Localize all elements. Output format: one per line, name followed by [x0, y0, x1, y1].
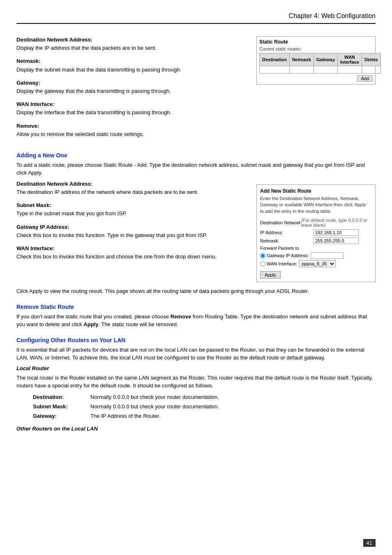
adding-dest-heading: Destination Network Address: [16, 180, 248, 188]
page-title: Chapter 4: Web Configuration [289, 12, 376, 19]
dest-network-label: Destination Network [260, 220, 301, 225]
gateway-section: Gateway: Display the gateway that the da… [16, 79, 248, 95]
ip-address-label: IP Address: [260, 230, 314, 235]
config-row-gateway: Gateway: The IP Address of the Router. [33, 413, 376, 419]
top-section: Destination Network Address: Display the… [16, 36, 376, 144]
netmask-row: Netmask: [260, 237, 372, 244]
dest-addr-section: Destination Network Address: Display the… [16, 36, 248, 52]
dest-addr-heading: Destination Network Address: [16, 36, 248, 44]
remove-body-end: . The static route will be removed. [98, 321, 178, 327]
remove-static-route-body: If you don't want the static route that … [16, 313, 376, 329]
add-button[interactable]: Add [357, 75, 373, 82]
adding-wan-section: WAN Interface: Check this box to invoke … [16, 245, 248, 260]
adding-subnet-heading: Subnet Mask: [16, 202, 248, 209]
netmask-heading: Netmask: [16, 58, 248, 65]
gateway-radio[interactable] [260, 253, 265, 258]
config-value-subnet: Normally 0.0.0.0 but check your router d… [90, 403, 376, 410]
ip-address-input[interactable] [314, 229, 359, 236]
add-route-box: Add New Static Route Enter the Destinati… [256, 184, 376, 282]
netmask-section: Netmask: Display the subnet mask that th… [16, 58, 248, 73]
remove-section: Remove: Allow you to remove the selected… [16, 122, 248, 138]
wan-select[interactable]: pppoa_8_35 [299, 260, 336, 267]
gateway-radio-row: Gateway IP Address: [260, 252, 372, 259]
dest-network-hint: (For default route, type 0.0.0.0 or leav… [301, 218, 372, 228]
other-routers-heading: Other Routers on the Local LAN [16, 426, 376, 432]
gateway-heading: Gateway: [16, 79, 248, 87]
adding-heading: Adding a New One [16, 152, 376, 159]
adding-wan-body: Check this box to invoke this function a… [16, 253, 217, 260]
static-route-box: Static Route Current static routes: Dest… [256, 36, 376, 85]
config-label-destination: Destination: [33, 394, 90, 400]
page-number: 41 [363, 539, 376, 547]
page-header: Chapter 4: Web Configuration [16, 12, 376, 24]
add-route-desc: Enter the Destination Network Address, N… [260, 196, 372, 214]
config-row-subnet: Subnet Mask: Normally 0.0.0.0 but check … [33, 403, 376, 410]
ip-address-row: IP Address: [260, 229, 372, 236]
adding-dest-body: The destination IP address of the networ… [16, 189, 198, 195]
add-btn-row: Add [259, 75, 373, 82]
adding-wan-heading: WAN Interface: [16, 245, 248, 252]
gateway-ip-input[interactable] [311, 252, 344, 259]
wan-interface-section: WAN Interface: Display the interface tha… [16, 101, 248, 116]
adding-left: Destination Network Address: The destina… [16, 180, 248, 282]
configuring-section: Configuring Other Routers on Your LAN It… [16, 337, 376, 432]
forward-label: Forward Packets to [260, 246, 372, 251]
config-label-gateway: Gateway: [33, 413, 90, 419]
static-route-panel: Static Route Current static routes: Dest… [256, 36, 376, 144]
remove-body: Allow you to remove the selected static … [16, 131, 144, 137]
netmask-input[interactable] [314, 237, 359, 244]
netmask-form-label: Netmask: [260, 238, 314, 243]
config-value-gateway: The IP Address of the Router. [90, 413, 376, 419]
col-destination: Destination [260, 53, 290, 66]
configuring-intro: It is essential that all IP packets for … [16, 346, 376, 362]
static-route-title: Static Route [259, 39, 373, 45]
adding-dest-section: Destination Network Address: The destina… [16, 180, 248, 196]
wan-interface-body: Display the interface that the data tran… [16, 109, 171, 115]
configuring-heading: Configuring Other Routers on Your LAN [16, 337, 376, 343]
netmask-body: Display the subnet mask that the data tr… [16, 67, 181, 73]
dest-network-row: Destination Network (For default route, … [260, 218, 372, 228]
page-container: Chapter 4: Web Configuration Destination… [0, 0, 392, 555]
adding-section: Adding a New One To add a static route, … [16, 152, 376, 295]
table-row-empty [260, 66, 381, 74]
adding-gateway-section: Gateway IP Address: Check this box to in… [16, 223, 248, 239]
col-gateway: Gateway [314, 53, 337, 66]
config-table: Destination: Normally 0.0.0.0 but check … [33, 394, 376, 419]
remove-static-route-heading: Remove Static Route [16, 304, 376, 310]
adding-intro: To add a static route, please choose Sta… [16, 161, 376, 177]
local-router-heading: Local Router [16, 365, 376, 371]
remove-heading: Remove: [16, 122, 248, 130]
adding-two-col: Destination Network Address: The destina… [16, 180, 376, 282]
gateway-radio-label: Gateway IP Address: [267, 253, 309, 258]
adding-gateway-heading: Gateway IP Address: [16, 223, 248, 231]
apply-btn-row: Apply [260, 269, 372, 279]
config-value-destination: Normally 0.0.0.0 but check your router d… [90, 394, 376, 400]
adding-subnet-section: Subnet Mask: Type in the subnet mask tha… [16, 202, 248, 217]
route-table: Destination Netmask Gateway WANInterface… [259, 53, 381, 74]
config-row-destination: Destination: Normally 0.0.0.0 but check … [33, 394, 376, 400]
gateway-body: Display the gateway that the data transm… [16, 88, 171, 94]
remove-body-start: If you don't want the static route that … [16, 313, 171, 320]
adding-subnet-body: Type in the subnet mask that you got fro… [16, 210, 127, 216]
col-wan: WANInterface [338, 53, 362, 66]
wan-radio-row: WAN Interface: pppoa_8_35 [260, 260, 372, 267]
col-delete: Delete [362, 53, 380, 66]
click-apply-text: Click Apply to view the routing result. … [16, 287, 376, 295]
apply-button[interactable]: Apply [260, 271, 281, 279]
remove-static-route-section: Remove Static Route If you don't want th… [16, 304, 376, 329]
adding-gateway-body: Check this box to invoke this function. … [16, 232, 207, 238]
wan-radio[interactable] [260, 261, 265, 267]
wan-interface-heading: WAN Interface: [16, 101, 248, 108]
add-route-title: Add New Static Route [260, 188, 372, 194]
config-label-subnet: Subnet Mask: [33, 403, 90, 410]
remove-body-bold2: Apply [83, 321, 98, 327]
dest-addr-body: Display the IP address that the data pac… [16, 45, 157, 51]
wan-radio-label: WAN Interface: [267, 261, 297, 266]
add-route-box-container: Add New Static Route Enter the Destinati… [256, 180, 376, 282]
static-route-subtitle: Current static routes: [259, 46, 373, 51]
remove-body-bold: Remove [171, 313, 191, 320]
left-descriptions: Destination Network Address: Display the… [16, 36, 248, 144]
col-netmask: Netmask [289, 53, 314, 66]
local-router-body: The local router is the Router installed… [16, 374, 376, 390]
